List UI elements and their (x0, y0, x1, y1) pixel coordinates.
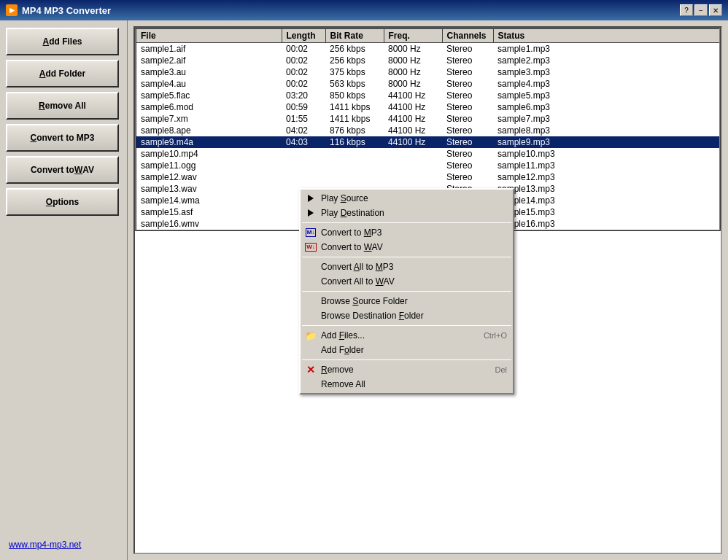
table-row[interactable]: sample4.au00:02563 kbps8000 HzStereosamp… (136, 78, 720, 90)
cell-channels: Stereo (442, 136, 493, 148)
menu-play-source[interactable]: Play Source (301, 191, 513, 206)
menu-convert-all-mp3-label: Convert All to MP3 (321, 262, 393, 272)
cell-freq (384, 148, 442, 160)
menu-add-files[interactable]: 📁 Add Files... Ctrl+O (301, 328, 513, 343)
col-bitrate[interactable]: Bit Rate (325, 28, 384, 43)
cell-status: sample15.mp3 (493, 206, 720, 218)
menu-add-files-label: Add Files... (321, 330, 365, 341)
menu-convert-wav[interactable]: W↓ Convert to WAV (301, 240, 513, 254)
table-row[interactable]: sample9.m4a04:03116 kbps44100 HzStereosa… (136, 136, 720, 148)
cell-freq: 8000 Hz (384, 78, 442, 90)
table-row[interactable]: sample5.flac03:20850 kbps44100 HzStereos… (136, 90, 720, 101)
cell-status: sample5.mp3 (493, 90, 720, 101)
remove-all-button[interactable]: Remove All (6, 92, 119, 120)
cell-freq: 44100 Hz (384, 113, 442, 125)
menu-convert-all-wav-label: Convert All to WAV (321, 276, 395, 287)
website-link[interactable]: www.mp4-mp3.net (6, 537, 121, 553)
cell-length (282, 171, 325, 183)
cell-freq: 8000 Hz (384, 43, 442, 55)
add-files-button[interactable]: Add Files (6, 28, 119, 55)
cell-status: sample10.mp3 (493, 148, 720, 160)
table-row[interactable]: sample6.mod00:591411 kbps44100 HzStereos… (136, 101, 720, 113)
cell-freq: 44100 Hz (384, 125, 442, 136)
col-freq[interactable]: Freq. (384, 28, 442, 43)
context-menu: Play Source Play Destination M↓ Convert … (299, 188, 514, 394)
cell-length: 00:02 (282, 55, 325, 66)
app-title: MP4 MP3 Converter (22, 5, 111, 16)
table-row[interactable]: sample11.oggStereosample11.mp3 (136, 160, 720, 171)
help-button[interactable]: ? (680, 4, 693, 16)
cell-bitrate: 116 kbps (325, 136, 384, 148)
cell-length (282, 160, 325, 171)
cell-channels: Stereo (442, 66, 493, 78)
cell-length: 04:03 (282, 136, 325, 148)
table-row[interactable]: sample12.wavStereosample12.mp3 (136, 171, 720, 183)
cell-channels: Stereo (442, 148, 493, 160)
cell-length: 00:02 (282, 78, 325, 90)
convert-wav-button[interactable]: Convert to WAV (6, 156, 119, 184)
add-files-ctx-icon: 📁 (305, 330, 317, 341)
cell-freq: 8000 Hz (384, 66, 442, 78)
table-row[interactable]: sample10.mp4Stereosample10.mp3 (136, 148, 720, 160)
cell-channels: Stereo (442, 90, 493, 101)
cell-file: sample16.wmv (136, 218, 282, 230)
menu-add-folder[interactable]: Add Folder (301, 343, 513, 357)
sidebar: Add Files Add Folder Remove All Convert … (0, 20, 128, 560)
cell-freq: 8000 Hz (384, 55, 442, 66)
convert-wav-icon: W↓ (305, 241, 317, 253)
cell-bitrate: 256 kbps (325, 55, 384, 66)
table-row[interactable]: sample7.xm01:551411 kbps44100 HzStereosa… (136, 113, 720, 125)
cell-file: sample2.aif (136, 55, 282, 66)
cell-bitrate (325, 160, 384, 171)
cell-bitrate: 256 kbps (325, 43, 384, 55)
minimize-button[interactable]: − (694, 4, 708, 16)
menu-remove[interactable]: ✕ Remove Del (301, 362, 513, 377)
col-length[interactable]: Length (282, 28, 325, 43)
table-row[interactable]: sample2.aif00:02256 kbps8000 HzStereosam… (136, 55, 720, 66)
col-file[interactable]: File (136, 28, 282, 43)
col-status[interactable]: Status (493, 28, 720, 43)
close-button[interactable]: ✕ (709, 4, 722, 16)
table-row[interactable]: sample8.ape04:02876 kbps44100 HzStereosa… (136, 125, 720, 136)
table-row[interactable]: sample1.aif00:02256 kbps8000 HzStereosam… (136, 43, 720, 55)
cell-channels: Stereo (442, 160, 493, 171)
cell-status: sample2.mp3 (493, 55, 720, 66)
cell-bitrate: 1411 kbps (325, 113, 384, 125)
convert-mp3-icon: M↓ (305, 227, 317, 238)
menu-add-files-shortcut: Ctrl+O (484, 331, 507, 340)
cell-bitrate: 375 kbps (325, 66, 384, 78)
cell-file: sample12.wav (136, 171, 282, 183)
options-button[interactable]: Options (6, 188, 119, 216)
cell-channels: Stereo (442, 78, 493, 90)
menu-play-destination[interactable]: Play Destination (301, 206, 513, 220)
cell-bitrate (325, 148, 384, 160)
cell-freq (384, 171, 442, 183)
menu-convert-all-wav[interactable]: Convert All to WAV (301, 274, 513, 289)
cell-freq (384, 160, 442, 171)
menu-convert-mp3[interactable]: M↓ Convert to MP3 (301, 225, 513, 240)
cell-file: sample15.asf (136, 206, 282, 218)
col-channels[interactable]: Channels (442, 28, 493, 43)
cell-freq: 44100 Hz (384, 136, 442, 148)
cell-status: sample14.mp3 (493, 195, 720, 206)
menu-convert-wav-label: Convert to WAV (321, 242, 383, 252)
play-dest-icon (305, 207, 317, 219)
cell-file: sample7.xm (136, 113, 282, 125)
table-header-row: File Length Bit Rate Freq. Channels Stat… (136, 28, 720, 43)
add-folder-button[interactable]: Add Folder (6, 60, 119, 88)
menu-convert-mp3-label: Convert to MP3 (321, 228, 382, 238)
menu-remove-all[interactable]: Remove All (301, 377, 513, 392)
menu-convert-all-mp3[interactable]: Convert All to MP3 (301, 260, 513, 274)
cell-channels: Stereo (442, 55, 493, 66)
menu-browse-dest[interactable]: Browse Destination Folder (301, 308, 513, 323)
title-bar: ▶ MP4 MP3 Converter ? − ✕ (0, 0, 728, 20)
table-row[interactable]: sample3.au00:02375 kbps8000 HzStereosamp… (136, 66, 720, 78)
play-source-icon (305, 192, 317, 204)
cell-length: 04:02 (282, 125, 325, 136)
cell-file: sample1.aif (136, 43, 282, 55)
convert-mp3-button[interactable]: Convert to MP3 (6, 124, 119, 152)
cell-bitrate: 1411 kbps (325, 101, 384, 113)
cell-channels: Stereo (442, 43, 493, 55)
cell-file: sample6.mod (136, 101, 282, 113)
menu-browse-source[interactable]: Browse Source Folder (301, 294, 513, 308)
